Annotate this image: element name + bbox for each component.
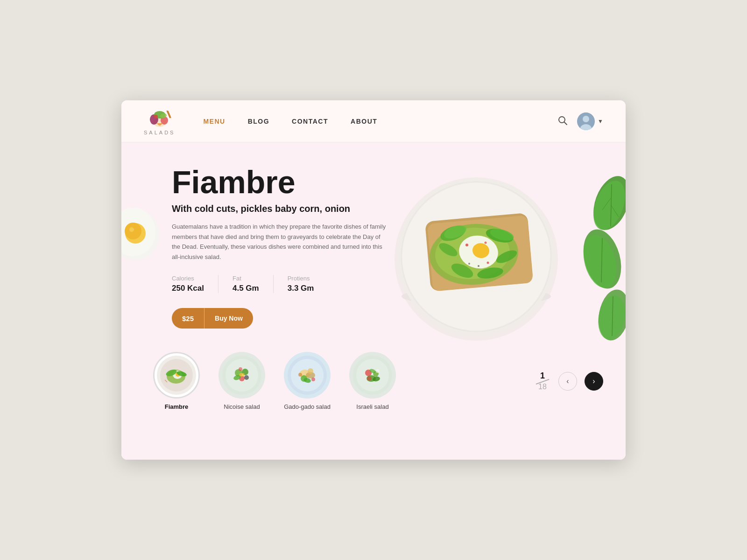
pagination-area: 1 18 ‹ › bbox=[534, 371, 603, 391]
protein-label: Protiens bbox=[288, 275, 314, 282]
buy-button[interactable]: $25 Buy Now bbox=[172, 308, 253, 329]
logo-icon bbox=[147, 107, 173, 129]
main-plate bbox=[388, 152, 565, 348]
price-label: $25 bbox=[172, 308, 204, 329]
dish-title: Fiambre bbox=[172, 166, 405, 199]
svg-point-45 bbox=[465, 244, 468, 246]
brand-name: SALADS bbox=[144, 130, 175, 135]
dish-subtitle: With cold cuts, pickles baby corn, onion bbox=[172, 203, 405, 214]
svg-point-78 bbox=[311, 378, 315, 381]
thumb-circle-gado bbox=[284, 352, 331, 399]
svg-point-77 bbox=[298, 373, 302, 377]
logo-area[interactable]: SALADS bbox=[144, 107, 175, 135]
dish-description: Guatemalans have a tradition in which th… bbox=[172, 222, 387, 262]
thumb-gado[interactable]: Gado-gado salad bbox=[275, 352, 340, 410]
svg-point-11 bbox=[583, 116, 589, 122]
svg-point-67 bbox=[244, 375, 249, 380]
calories-value: 250 Kcal bbox=[172, 284, 204, 293]
spinach-decoration bbox=[570, 166, 626, 352]
svg-point-48 bbox=[468, 263, 470, 265]
thumb-circle-nicoise bbox=[218, 352, 265, 399]
main-content: Fiambre With cold cuts, pickles baby cor… bbox=[121, 142, 626, 460]
user-avatar-wrap[interactable]: ▼ bbox=[577, 112, 603, 130]
svg-line-9 bbox=[564, 122, 567, 125]
svg-point-46 bbox=[485, 242, 487, 244]
nav-links: MENU BLOG CONTACT ABOUT bbox=[203, 118, 557, 125]
svg-point-17 bbox=[129, 227, 134, 232]
thumbnail-row: Fiambre bbox=[144, 352, 603, 410]
avatar bbox=[577, 112, 595, 130]
svg-point-6 bbox=[154, 115, 158, 119]
search-icon bbox=[557, 115, 568, 126]
svg-point-49 bbox=[487, 262, 489, 264]
next-button[interactable]: › bbox=[585, 372, 603, 391]
nav-blog[interactable]: BLOG bbox=[248, 118, 269, 125]
thumb-label-fiambre: Fiambre bbox=[165, 403, 189, 410]
thumb-circle-fiambre bbox=[153, 352, 200, 399]
navbar: SALADS MENU BLOG CONTACT ABOUT bbox=[121, 100, 626, 142]
svg-point-47 bbox=[478, 265, 479, 267]
buy-label: Buy Now bbox=[204, 308, 253, 328]
calories-label: Calories bbox=[172, 275, 204, 282]
fat-label: Fat bbox=[233, 275, 259, 282]
nav-right: ▼ bbox=[557, 112, 603, 130]
browser-frame: SALADS MENU BLOG CONTACT ABOUT bbox=[121, 100, 626, 460]
svg-point-69 bbox=[239, 367, 242, 371]
fat-value: 4.5 Gm bbox=[233, 284, 259, 293]
prev-button[interactable]: ‹ bbox=[558, 372, 577, 391]
nutrition-fat: Fat 4.5 Gm bbox=[218, 275, 273, 293]
thumb-nicoise[interactable]: Nicoise salad bbox=[209, 352, 275, 410]
svg-point-19 bbox=[587, 176, 626, 234]
nav-contact[interactable]: CONTACT bbox=[292, 118, 328, 125]
nutrition-protein: Protiens 3.3 Gm bbox=[273, 275, 328, 293]
thumb-fiambre[interactable]: Fiambre bbox=[144, 352, 209, 410]
svg-point-68 bbox=[239, 373, 245, 377]
search-button[interactable] bbox=[557, 115, 568, 127]
nav-about[interactable]: ABOUT bbox=[351, 118, 377, 125]
page-total: 18 bbox=[538, 383, 547, 391]
nutrition-calories: Calories 250 Kcal bbox=[172, 275, 218, 293]
thumb-circle-israeli bbox=[349, 352, 396, 399]
thumb-label-gado: Gado-gado salad bbox=[284, 403, 331, 410]
thumb-label-nicoise: Nicoise salad bbox=[224, 403, 260, 410]
svg-point-75 bbox=[308, 368, 313, 374]
nutrition-row: Calories 250 Kcal Fat 4.5 Gm Protiens 3.… bbox=[172, 275, 405, 293]
thumb-label-israeli: Israeli salad bbox=[356, 403, 388, 410]
svg-point-85 bbox=[367, 376, 372, 381]
svg-point-87 bbox=[376, 369, 380, 373]
protein-value: 3.3 Gm bbox=[288, 284, 314, 293]
thumb-israeli[interactable]: Israeli salad bbox=[340, 352, 405, 410]
nav-menu[interactable]: MENU bbox=[203, 118, 225, 125]
page-numbers: 1 18 bbox=[534, 371, 551, 391]
page-current: 1 bbox=[540, 371, 545, 380]
chevron-down-icon: ▼ bbox=[598, 118, 603, 125]
svg-point-80 bbox=[356, 359, 389, 392]
content-left: Fiambre With cold cuts, pickles baby cor… bbox=[144, 166, 405, 347]
